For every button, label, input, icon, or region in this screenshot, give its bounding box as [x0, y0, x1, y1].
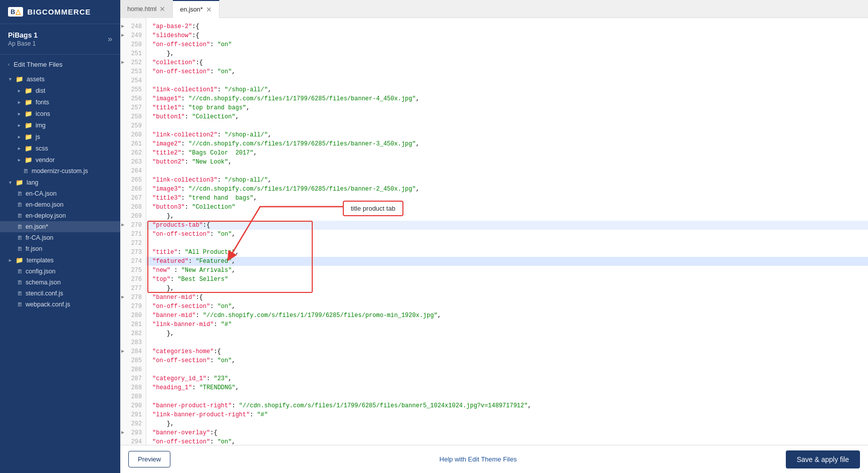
tree-item-en-demo[interactable]: 🖹 en-demo.json — [0, 199, 120, 210]
chevron-right-icon[interactable]: » — [108, 35, 112, 44]
code-line[interactable]: "image3": "//cdn.shopify.com/s/files/1/1… — [146, 185, 868, 194]
code-line[interactable]: "link-banner-product-right": "#" — [146, 410, 868, 419]
close-tab-icon[interactable]: ✕ — [206, 6, 212, 13]
collapse-arrow-icon[interactable]: ▶ — [121, 221, 124, 230]
tree-item-fr-ca[interactable]: 🖹 fr-CA.json — [0, 232, 120, 243]
tree-item-assets[interactable]: ▼ 📁 assets — [0, 73, 120, 85]
code-line[interactable]: "title1": "top brand bags", — [146, 103, 868, 112]
code-line[interactable]: }, — [146, 212, 868, 221]
code-line[interactable]: "featured": "Featured", — [146, 257, 868, 266]
code-line[interactable] — [146, 121, 868, 130]
folder-icon: 📁 — [25, 110, 33, 117]
code-line[interactable]: "banner-product-right": "//cdn.shopify.c… — [146, 401, 868, 410]
line-number: 263 — [120, 157, 146, 167]
edit-theme-files-header[interactable]: ‹ Edit Theme Files — [0, 55, 120, 71]
collapse-arrow-icon[interactable]: ▶ — [121, 22, 124, 31]
code-line[interactable]: "on-off-section": "on", — [146, 230, 868, 239]
editor-area[interactable]: ▶248▶249250251▶2522532542552562572582592… — [120, 18, 868, 445]
code-line[interactable] — [146, 338, 868, 347]
preview-button[interactable]: Preview — [128, 451, 170, 467]
code-line[interactable]: "products-tab":{ — [146, 221, 868, 230]
code-line[interactable]: "image2": "//cdn.shopify.com/s/files/1/1… — [146, 139, 868, 148]
tree-item-config-json[interactable]: 🖹 config.json — [0, 266, 120, 277]
code-line[interactable]: }, — [146, 419, 868, 428]
code-line[interactable]: "on-off-section": "on", — [146, 356, 868, 365]
code-line[interactable]: "button1": "Collection", — [146, 112, 868, 121]
tree-item-templates[interactable]: ► 📁 templates — [0, 254, 120, 266]
code-line[interactable]: "image1": "//cdn.shopify.com/s/files/1/1… — [146, 94, 868, 103]
code-line[interactable]: "on-off-section": "on", — [146, 302, 868, 311]
help-link[interactable]: Help with Edit Theme Files — [440, 455, 517, 463]
code-line[interactable] — [146, 392, 868, 401]
code-line[interactable]: "banner-overlay":{ — [146, 428, 868, 437]
code-line[interactable]: }, — [146, 284, 868, 293]
code-line[interactable] — [146, 239, 868, 248]
expand-arrow-icon: ► — [8, 258, 13, 263]
code-line[interactable]: "ap-base-2":{ — [146, 22, 868, 31]
code-line[interactable]: "title": "All Products", — [146, 248, 868, 257]
code-line[interactable]: "button3": "Collection" — [146, 203, 868, 212]
tree-item-icons[interactable]: ► 📁 icons — [0, 108, 120, 119]
code-line[interactable]: "slideshow":{ — [146, 31, 868, 40]
code-editor[interactable]: "ap-base-2":{ "slideshow":{ "on-off-sect… — [146, 18, 868, 445]
code-line[interactable]: "link-collection2": "/shop-all/", — [146, 130, 868, 139]
code-line[interactable] — [146, 76, 868, 85]
tree-item-stencil-conf[interactable]: 🖹 stencil.conf.js — [0, 288, 120, 299]
code-line[interactable]: "heading_1": "TRENDDNG", — [146, 383, 868, 392]
tab-en-json[interactable]: en.json* ✕ — [173, 0, 219, 18]
code-line[interactable]: "title3": "trend hand bags", — [146, 194, 868, 203]
collapse-arrow-icon[interactable]: ▶ — [121, 428, 124, 437]
collapse-arrow-icon[interactable]: ▶ — [121, 58, 124, 67]
tree-item-img[interactable]: ► 📁 img — [0, 119, 120, 131]
project-info: PiBags 1 Ap Base 1 — [8, 31, 38, 47]
code-line[interactable]: "on-off-section": "on", — [146, 67, 868, 76]
code-line[interactable]: "link-banner-mid": "#" — [146, 320, 868, 329]
code-line[interactable]: "link-collection3": "/shop-all/", — [146, 176, 868, 185]
collapse-arrow-icon[interactable]: ▶ — [121, 293, 124, 302]
tree-item-js[interactable]: ► 📁 js — [0, 131, 120, 142]
tree-item-scss[interactable]: ► 📁 scss — [0, 142, 120, 154]
tree-item-dist[interactable]: ► 📁 dist — [0, 85, 120, 96]
tab-home-html[interactable]: home.html ✕ — [120, 0, 173, 18]
tree-item-en-deploy[interactable]: 🖹 en-deploy.json — [0, 210, 120, 221]
code-line[interactable]: "new" : "New Arrivals", — [146, 266, 868, 275]
collapse-arrow-icon[interactable]: ▶ — [121, 347, 124, 356]
code-line[interactable]: }, — [146, 329, 868, 338]
code-line[interactable]: "on-off-section": "on" — [146, 40, 868, 49]
close-tab-icon[interactable]: ✕ — [159, 6, 165, 13]
tree-item-lang[interactable]: ▼ 📁 lang — [0, 177, 120, 188]
project-header[interactable]: PiBags 1 Ap Base 1 » — [0, 24, 120, 55]
line-number: 275 — [120, 266, 146, 275]
code-line[interactable]: "title2": "Bags Color 2017", — [146, 148, 868, 157]
tree-item-en-ca[interactable]: 🖹 en-CA.json — [0, 188, 120, 199]
code-line[interactable] — [146, 365, 868, 374]
line-number: 274 — [120, 257, 146, 266]
file-icon: 🖹 — [17, 213, 23, 219]
save-apply-button[interactable]: Save & apply file — [786, 450, 860, 468]
code-line[interactable]: "link-collection1": "/shop-all/", — [146, 85, 868, 94]
tree-item-label: vendor — [36, 156, 112, 164]
tree-item-fr-json[interactable]: 🖹 fr.json — [0, 243, 120, 254]
tree-item-webpack-conf[interactable]: 🖹 webpack.conf.js — [0, 299, 120, 310]
code-line[interactable]: "top": "Best Sellers" — [146, 275, 868, 284]
tree-item-schema-json[interactable]: 🖹 schema.json — [0, 277, 120, 288]
tree-item-vendor[interactable]: ► 📁 vendor — [0, 154, 120, 166]
tree-item-en-json[interactable]: 🖹 en.json* — [0, 221, 120, 232]
folder-icon: 📁 — [25, 156, 33, 164]
code-line[interactable]: "category_id_1": "23", — [146, 374, 868, 383]
code-line[interactable]: "banner-mid": "//cdn.shopify.com/s/files… — [146, 311, 868, 320]
tree-item-fonts[interactable]: ► 📁 fonts — [0, 96, 120, 108]
code-line[interactable]: "banner-mid":{ — [146, 293, 868, 302]
code-line[interactable]: "collection":{ — [146, 58, 868, 67]
code-line[interactable]: }, — [146, 49, 868, 58]
line-numbers: ▶248▶249250251▶2522532542552562572582592… — [120, 18, 146, 445]
folder-icon: 📁 — [25, 121, 33, 129]
code-line[interactable]: "categories-home":{ — [146, 347, 868, 356]
code-line[interactable] — [146, 167, 868, 176]
tree-item-modernizr[interactable]: 🖹 modernizr-custom.js — [0, 166, 120, 177]
code-line[interactable]: "on-off-section": "on", — [146, 437, 868, 445]
collapse-arrow-icon[interactable]: ▶ — [121, 31, 124, 40]
tree-item-label: icons — [36, 110, 112, 117]
line-number: 266 — [120, 185, 146, 194]
code-line[interactable]: "button2": "New Look", — [146, 157, 868, 167]
